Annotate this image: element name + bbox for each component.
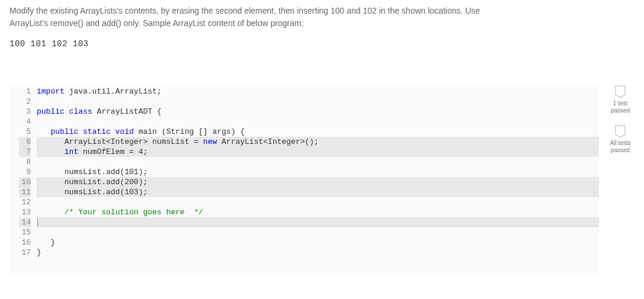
line-number: 11 <box>19 187 31 197</box>
problem-instructions: Modify the existing ArrayLists's content… <box>9 5 635 30</box>
code-content[interactable]: import java.util.ArrayList; public class… <box>37 86 599 258</box>
line-number: 5 <box>19 127 31 137</box>
line-number: 13 <box>19 207 31 217</box>
code-line[interactable] <box>37 117 599 127</box>
code-line[interactable]: /* Your solution goes here */ <box>37 207 599 217</box>
line-number: 1 <box>19 86 31 97</box>
ribbon-icon <box>615 125 626 138</box>
test-status-sidebar: 1 test passed All tests passed <box>606 84 635 154</box>
line-number: 2 <box>19 97 31 107</box>
line-number: 6 <box>19 137 31 147</box>
line-number: 15 <box>19 227 31 237</box>
code-line[interactable]: import java.util.ArrayList; <box>37 86 599 97</box>
code-line[interactable]: } <box>37 247 599 258</box>
line-number: 12 <box>19 197 31 207</box>
main-area: 1234567891011121314151617 import java.ut… <box>9 84 635 275</box>
line-number: 17 <box>19 247 31 258</box>
code-line[interactable]: numsList.add(200); <box>37 177 599 187</box>
line-number: 16 <box>19 237 31 247</box>
line-number: 4 <box>19 117 31 127</box>
code-editor[interactable]: 1234567891011121314151617 import java.ut… <box>19 86 599 258</box>
line-number: 14 <box>19 217 31 227</box>
line-number: 9 <box>19 167 31 177</box>
instructions-line1: Modify the existing ArrayLists's content… <box>9 6 480 15</box>
code-line[interactable]: numsList.add(103); <box>37 187 599 197</box>
code-line[interactable]: } <box>37 237 599 247</box>
code-line[interactable] <box>37 97 599 107</box>
line-number: 8 <box>19 157 31 167</box>
line-number: 3 <box>19 107 31 117</box>
badge-all-tests-label: All tests passed <box>610 140 630 154</box>
svg-marker-1 <box>616 126 625 137</box>
code-line[interactable]: ArrayList<Integer> numsList = new ArrayL… <box>37 137 599 147</box>
line-number-gutter: 1234567891011121314151617 <box>19 86 37 258</box>
svg-marker-0 <box>616 86 625 98</box>
sample-output: 100 101 102 103 <box>9 39 635 49</box>
code-line[interactable] <box>37 157 599 167</box>
ribbon-icon <box>615 85 626 98</box>
code-line[interactable] <box>37 197 599 207</box>
badge-all-tests-passed: All tests passed <box>610 125 630 154</box>
line-number: 7 <box>19 147 31 157</box>
line-number: 10 <box>19 177 31 187</box>
code-line[interactable]: int numOfElem = 4; <box>37 147 599 157</box>
code-line[interactable]: numsList.add(101); <box>37 167 599 177</box>
code-line[interactable] <box>37 217 599 227</box>
code-line[interactable]: public static void main (String [] args)… <box>37 127 599 137</box>
badge-one-test-label: 1 test passed <box>611 100 630 114</box>
badge-one-test-passed: 1 test passed <box>611 85 630 114</box>
code-editor-wrapper: 1234567891011121314151617 import java.ut… <box>9 84 599 275</box>
code-line[interactable]: public class ArrayListADT { <box>37 107 599 117</box>
code-line[interactable] <box>37 227 599 237</box>
instructions-line2: ArrayList's remove() and add() only. Sam… <box>9 18 304 28</box>
